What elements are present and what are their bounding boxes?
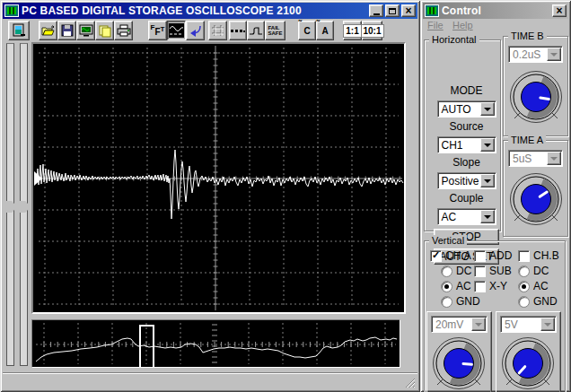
control-icon [425,4,439,17]
slope-select[interactable]: Positive [437,172,496,189]
failsafe-button[interactable]: FAILSAFE [265,21,286,40]
ch-b-gain-knob[interactable] [498,334,558,392]
mode-dropdown-arrow[interactable] [480,102,495,116]
maximize-button[interactable] [385,4,400,17]
couple-dropdown-arrow[interactable] [480,210,495,223]
ch-b-dc-label: DC [533,265,549,277]
status-bar [3,372,417,390]
save-floppy-icon [61,24,74,37]
mode-value: AUTO [438,103,480,116]
print-button[interactable] [114,21,133,40]
waveform-mode-button[interactable] [167,21,186,40]
ratio-1-1-button[interactable]: 1:1 [343,21,362,40]
step-waveform-button[interactable] [247,21,265,40]
ch-b-gnd-radio[interactable] [518,296,530,308]
ch-a-range-panel: 20mV [426,311,492,392]
time-a-group: TIME A 5uS [503,140,568,237]
failsafe-icon: FAILSAFE [268,25,282,36]
chevron-down-icon [484,108,491,111]
ch-b-range-select[interactable]: 5V [500,316,557,333]
ch-a-gain-knob[interactable] [429,334,488,392]
ch-a-range-select[interactable]: 20mV [431,316,488,333]
fft-icon: FFT [151,27,165,35]
main-scope-canvas [33,44,404,312]
xy-checkbox[interactable] [474,281,486,292]
source-select[interactable]: CH1 [437,136,496,153]
window-title: PC BASED DIGITAL STORAGE OSCILLOSCOPE 21… [22,4,367,17]
resize-grip[interactable] [404,377,416,388]
control-close-icon: × [556,6,562,15]
time-a-value: 5uS [509,152,547,165]
vertical-group-label: Vertical [429,235,467,246]
ch-a-ac-radio[interactable] [441,281,452,292]
time-b-select[interactable]: 0.2uS [508,46,563,63]
ratio-10-1-label: 10:1 [361,24,384,38]
notes-icon [98,24,111,38]
ch-b-range-panel: 5V [496,311,561,392]
exit-door-icon [12,23,26,38]
display-capture-button[interactable] [76,21,95,40]
mode-select[interactable]: AUTO [437,100,496,118]
fft-button[interactable]: FFT [148,21,167,40]
ch-a-range-dropdown-arrow [471,318,486,331]
ch-b-gnd-label: GND [533,295,558,308]
ratio-10-1-button[interactable]: 10:1 [362,21,382,40]
desktop: { "window": { "title": "PC BASED DIGITAL… [0,0,571,392]
ch-b-ac-label: AC [533,280,549,292]
chevron-down-icon [484,215,491,219]
menu-file[interactable]: File [427,20,444,30]
ch-a-gnd-label: GND [456,295,480,308]
dots-icon [231,27,245,34]
step-icon [249,25,263,37]
save-button[interactable] [57,21,76,40]
control-close-button[interactable]: × [552,4,567,17]
chevron-down-icon [484,179,491,183]
temp-a-button[interactable]: ˜A [316,21,334,40]
chevron-down-icon [484,144,491,147]
exit-button[interactable] [8,21,30,40]
main-titlebar: PC BASED DIGITAL STORAGE OSCILLOSCOPE 21… [3,3,417,19]
open-button[interactable] [39,21,57,40]
control-window: Control × File Help Horizontal MODE AUTO… [420,0,571,392]
ch-b-position-slider-thumb[interactable] [19,201,31,213]
time-b-group: TIME B 0.2uS [503,36,568,136]
ch-a-position-slider-thumb[interactable] [5,201,17,213]
xy-label: X-Y [489,280,507,292]
ch-b-dc-radio[interactable] [518,266,530,277]
sub-label: SUB [489,265,512,277]
time-b-knob[interactable] [506,67,566,128]
ch-b-checkbox[interactable] [518,250,530,262]
menu-help[interactable]: Help [452,20,473,30]
undo-arrow-button[interactable] [186,21,205,40]
dotted-line-button[interactable] [229,21,247,40]
grid-toggle-button[interactable] [208,21,227,40]
slope-value: Positive [438,175,480,187]
slope-label: Slope [452,157,480,169]
source-dropdown-arrow[interactable] [480,138,495,152]
source-value: CH1 [438,139,480,152]
ch-a-checkbox[interactable] [430,250,442,262]
ch-b-label: CH.B [533,249,559,262]
app-icon [4,4,19,17]
time-b-label: TIME B [508,30,547,41]
overview-display[interactable] [31,319,400,368]
close-button[interactable]: × [401,4,416,17]
sub-checkbox[interactable] [474,266,486,277]
couple-select[interactable]: AC [437,208,496,225]
minimize-button[interactable] [369,4,383,17]
time-a-select[interactable]: 5uS [508,150,563,167]
ch-b-range-value: 5V [501,318,540,331]
ch-a-gnd-radio[interactable] [441,296,452,308]
open-folder-icon [41,24,56,37]
overview-canvas [32,320,400,367]
chevron-down-icon [544,323,551,327]
vertical-group: Vertical CH.A ADD CH.B DC SUB DC AC X-Y … [424,240,566,392]
ch-a-dc-radio[interactable] [441,266,452,277]
grid-icon [211,24,224,37]
ch-b-ac-radio[interactable] [518,281,530,292]
slope-dropdown-arrow[interactable] [480,174,495,187]
add-checkbox[interactable] [474,250,486,262]
temp-c-button[interactable]: ˜C [298,21,316,40]
copy-button[interactable] [95,21,114,40]
time-a-knob[interactable] [506,170,566,231]
